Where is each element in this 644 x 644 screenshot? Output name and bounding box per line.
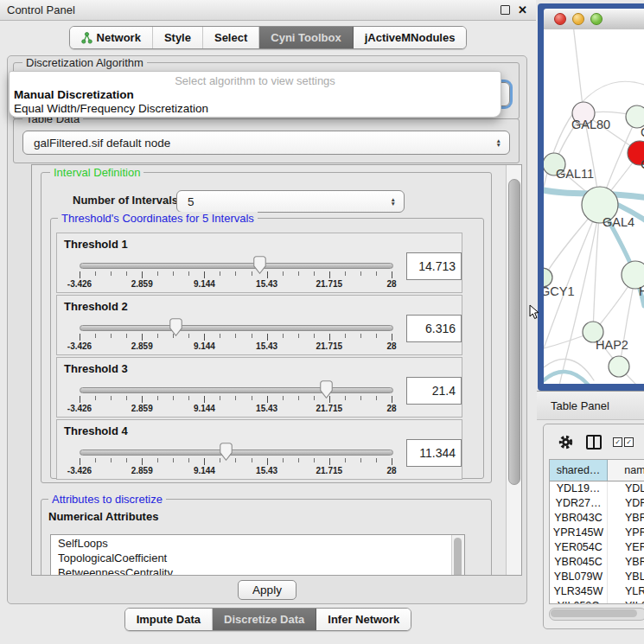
cell-name[interactable]: YPR1 (608, 526, 644, 540)
cell-name[interactable]: YER0 (608, 540, 644, 555)
zoom-traffic-light-icon[interactable] (590, 13, 603, 25)
stepper-icon: ▲▼ (391, 197, 404, 207)
cell-shared-name[interactable]: YBR043C (550, 511, 608, 526)
cell-name[interactable]: YIL0 (608, 599, 644, 604)
table-row[interactable]: YPR145WYPR1 (550, 526, 644, 540)
network-node-label: C (641, 157, 644, 171)
table-data-combobox[interactable]: galFiltered.sif default node ▲▼ (22, 131, 510, 155)
cell-shared-name[interactable]: YER054C (550, 540, 608, 555)
numerical-attributes-list[interactable]: SelfLoopsTopologicalCoefficientBetweenne… (50, 534, 465, 576)
column-view-icon[interactable] (586, 435, 602, 450)
threshold-1-value-field[interactable]: 14.713 (406, 252, 462, 280)
table-row[interactable]: YER054CYER0 (550, 540, 644, 555)
table-panel-body: ✓ ✓ shared… name YDL19…YDL1YDR27…YDR2YBR… (543, 424, 644, 629)
table-row[interactable]: YDR27…YDR2 (550, 496, 644, 511)
apply-button[interactable]: Apply (238, 580, 296, 600)
network-view-window[interactable]: GAL80GACGAL11GAL4GCY1HHAP2 (538, 3, 644, 391)
table-row[interactable]: YBR045CYBR0 (550, 555, 644, 570)
threshold-2-slider-track[interactable] (80, 325, 393, 331)
cell-shared-name[interactable]: YIL052C (550, 599, 608, 604)
tab-network[interactable]: Network (70, 27, 153, 48)
tab-style[interactable]: Style (153, 27, 203, 48)
mouse-cursor-icon (529, 304, 539, 320)
cell-shared-name[interactable]: YDR27… (550, 496, 608, 511)
tab-impute-data-label: Impute Data (137, 613, 201, 626)
cell-name[interactable]: YLR3 (608, 584, 644, 599)
algorithm-option-manual[interactable]: Manual Discretization (10, 87, 501, 101)
tab-select[interactable]: Select (203, 27, 259, 48)
cell-shared-name[interactable]: YBL079W (550, 570, 608, 584)
settings-scrollbar-thumb[interactable] (508, 179, 520, 485)
cell-shared-name[interactable]: YBR045C (550, 555, 608, 570)
threshold-4-panel: Threshold 4 -3.4262.8599.14415.4321.7152… (56, 419, 462, 480)
stepper-icon: ▲▼ (496, 138, 509, 148)
network-node-label: GAL4 (603, 215, 634, 229)
threshold-4-value-field[interactable]: 11.344 (406, 439, 462, 467)
threshold-3-slider-track[interactable] (80, 387, 393, 393)
tab-infer-network-label: Infer Network (328, 613, 399, 626)
tab-jactivemnodules[interactable]: jActiveMNodules (354, 27, 467, 48)
float-window-icon[interactable] (501, 5, 510, 15)
threshold-3-value-field[interactable]: 21.4 (406, 377, 462, 405)
tab-group: Network Style Select Cyni Toolbox jActiv… (69, 26, 468, 49)
tick-label: 28 (386, 404, 396, 413)
tab-cyni-toolbox[interactable]: Cyni Toolbox (259, 27, 353, 48)
close-traffic-light-icon[interactable] (554, 13, 566, 25)
cell-shared-name[interactable]: YLR345W (550, 584, 608, 599)
network-node-label: HAP2 (596, 338, 628, 352)
table-row[interactable]: YIL052CYIL0 (550, 599, 644, 604)
slider-tick-labels: -3.4262.8599.14415.4321.71528 (57, 466, 462, 476)
tick-label: 21.715 (316, 341, 343, 351)
tick-label: 9.144 (194, 466, 215, 475)
tab-select-label: Select (214, 31, 247, 44)
attributes-list-scrollbar[interactable] (451, 535, 464, 576)
table-row[interactable]: YDL19…YDL1 (550, 481, 644, 496)
attribute-item[interactable]: TopologicalCoefficient (51, 550, 464, 564)
cell-name[interactable]: YBR0 (608, 555, 644, 570)
attribute-item[interactable]: BetweennessCentrality (51, 564, 464, 576)
cell-shared-name[interactable]: YPR145W (550, 526, 608, 540)
cell-name[interactable]: YDR2 (608, 496, 644, 511)
algorithm-option-equal-width[interactable]: Equal Width/Frequency Discretization (10, 101, 501, 115)
minimize-traffic-light-icon[interactable] (572, 13, 584, 25)
table-row[interactable]: YBL079WYBL0 (550, 570, 644, 584)
number-of-intervals-combobox[interactable]: 5 ▲▼ (176, 190, 405, 213)
cell-name[interactable]: YDL1 (608, 481, 644, 496)
number-of-intervals-value: 5 (177, 195, 194, 208)
algorithm-hint: Select algorithm to view settings (10, 72, 501, 87)
table-row[interactable]: YLR345WYLR3 (550, 584, 644, 599)
threshold-1-slider-track[interactable] (80, 263, 393, 269)
attribute-item[interactable]: SelfLoops (51, 535, 464, 550)
table-panel-header: Table Panel (537, 391, 644, 420)
threshold-2-value-field[interactable]: 6.316 (406, 315, 462, 342)
network-edge[interactable] (544, 372, 590, 384)
tab-impute-data[interactable]: Impute Data (125, 609, 213, 630)
cell-name[interactable]: YBR0 (608, 511, 644, 526)
column-header-name[interactable]: name (608, 460, 644, 481)
network-edge[interactable] (573, 29, 583, 113)
gear-icon[interactable] (558, 434, 574, 450)
tab-infer-network[interactable]: Infer Network (316, 609, 411, 630)
table-header-row: shared… name (550, 460, 644, 481)
table-row[interactable]: YBR043CYBR0 (550, 511, 644, 526)
checkbox-icon[interactable]: ✓ (624, 437, 634, 447)
network-node-bottom-partial[interactable] (609, 356, 629, 377)
table-horizontal-scrollbar[interactable] (549, 608, 644, 621)
slider-major-ticks (80, 271, 392, 278)
network-window-titlebar[interactable] (544, 9, 644, 30)
checkbox-icon[interactable]: ✓ (613, 437, 622, 447)
cell-shared-name[interactable]: YDL19… (550, 481, 608, 496)
settings-vertical-scrollbar[interactable] (506, 165, 521, 575)
network-graph[interactable]: GAL80GACGAL11GAL4GCY1HHAP2 (544, 29, 644, 384)
slider-tick-labels: -3.4262.8599.14415.4321.71528 (57, 279, 462, 290)
cell-name[interactable]: YBL0 (608, 570, 644, 584)
column-header-shared-name[interactable]: shared… (550, 460, 608, 481)
tab-discretize-data[interactable]: Discretize Data (213, 609, 316, 630)
attributes-list-scrollbar-thumb[interactable] (454, 538, 462, 576)
close-icon[interactable]: ✕ (518, 4, 527, 16)
threshold-4-slider-track[interactable] (80, 450, 393, 456)
table-data-group: Table Data galFiltered.sif default node … (13, 118, 520, 163)
tab-cyni-toolbox-label: Cyni Toolbox (271, 31, 341, 44)
network-canvas[interactable]: GAL80GACGAL11GAL4GCY1HHAP2 (544, 29, 644, 384)
table-horizontal-scrollbar-thumb[interactable] (551, 609, 637, 617)
